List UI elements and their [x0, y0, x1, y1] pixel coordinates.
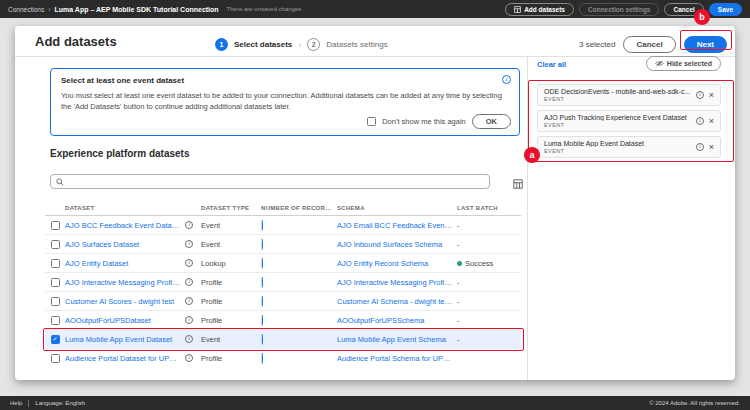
selected-dataset-type: EVENT — [544, 122, 691, 128]
event-dataset-notice: Select at least one event dataset You mu… — [50, 68, 520, 136]
card-text: Luma Mobile App Event Dataset EVENT — [544, 140, 691, 154]
connection-settings-button[interactable]: Connection settings — [579, 3, 659, 16]
row-checkbox[interactable] — [51, 259, 60, 268]
dataset-name-link[interactable]: Audience Portal Dataset for UPS Inc... — [65, 354, 185, 363]
last-batch-status: Success — [457, 259, 521, 268]
info-icon[interactable] — [185, 278, 193, 286]
table-row[interactable]: Audience Portal Dataset for UPS Inc... P… — [45, 349, 521, 366]
dataset-type: Profile — [201, 297, 261, 306]
dataset-type: Lookup — [201, 259, 261, 268]
column-settings-icon[interactable] — [513, 175, 523, 193]
dataset-name-link[interactable]: AJO BCC Feedback Event Dataset — [65, 221, 185, 230]
topbar-cancel-label: Cancel — [673, 6, 694, 13]
dataset-name-link[interactable]: Luma Mobile App Event Dataset — [65, 335, 185, 344]
info-icon[interactable] — [185, 259, 193, 267]
notice-title: Select at least one event dataset — [61, 76, 184, 85]
close-icon[interactable]: × — [709, 143, 714, 152]
datasets-table: DATASET DATASET TYPE NUMBER OF RECOR... … — [45, 200, 521, 366]
table-row[interactable]: AJO Interactive Messaging Profile D... P… — [45, 273, 521, 292]
hide-selected-label: Hide selected — [667, 60, 712, 67]
save-button[interactable]: Save — [709, 3, 742, 16]
info-icon[interactable] — [185, 316, 193, 324]
col-last-batch[interactable]: LAST BATCH — [457, 205, 521, 211]
ok-button[interactable]: OK — [472, 114, 511, 129]
loading-spinner-icon — [261, 258, 263, 269]
col-dataset-type[interactable]: DATASET TYPE — [201, 205, 261, 211]
row-checkbox-checked[interactable] — [51, 335, 60, 344]
info-icon[interactable] — [185, 240, 193, 248]
info-icon[interactable] — [696, 91, 704, 99]
table-row[interactable]: Customer AI Scores - dwight test Profile… — [45, 292, 521, 311]
info-icon[interactable] — [185, 335, 193, 343]
schema-link[interactable]: AJO Entity Record Schema — [337, 259, 457, 268]
schema-link[interactable]: AJO Interactive Messaging Profile Sc... — [337, 278, 457, 287]
help-link[interactable]: Help — [10, 400, 22, 406]
hide-selected-button[interactable]: Hide selected — [646, 56, 721, 71]
table-row[interactable]: AOOutputForUPSDataset Profile AOOutputFo… — [45, 311, 521, 330]
dataset-name-link[interactable]: Customer AI Scores - dwight test — [65, 297, 185, 306]
clear-all-link[interactable]: Clear all — [537, 60, 566, 69]
table-row-selected[interactable]: Luma Mobile App Event Dataset Event Luma… — [45, 330, 521, 349]
next-button[interactable]: Next — [684, 36, 727, 53]
col-records[interactable]: NUMBER OF RECOR... — [261, 205, 337, 211]
selected-dataset-name: Luma Mobile App Event Dataset — [544, 140, 691, 147]
dataset-name-link[interactable]: AJO Interactive Messaging Profile D... — [65, 278, 185, 287]
dataset-search — [50, 174, 490, 189]
col-schema[interactable]: SCHEMA — [337, 205, 457, 211]
add-datasets-label: Add datasets — [524, 6, 565, 13]
breadcrumb-connections-link[interactable]: Connections — [8, 6, 44, 13]
row-checkbox[interactable] — [51, 240, 60, 249]
wizard-cancel-button[interactable]: Cancel — [623, 36, 675, 53]
info-icon[interactable] — [185, 297, 193, 305]
table-row[interactable]: AJO BCC Feedback Event Dataset Event AJO… — [45, 216, 521, 235]
search-input[interactable] — [68, 177, 484, 186]
row-checkbox[interactable] — [51, 278, 60, 287]
schema-link[interactable]: AJO Inbound Surfaces Schema — [337, 240, 457, 249]
selected-count: 3 selected — [579, 40, 615, 49]
row-checkbox[interactable] — [51, 316, 60, 325]
dataset-name-link[interactable]: AJO Surfaces Dataset — [65, 240, 185, 249]
dataset-type: Profile — [201, 354, 261, 363]
add-datasets-button[interactable]: Add datasets — [505, 3, 574, 16]
header-divider — [15, 56, 735, 57]
col-dataset[interactable]: DATASET — [65, 205, 185, 211]
step-2-indicator: 2 — [307, 38, 320, 51]
datasets-section-heading: Experience platform datasets — [50, 148, 190, 159]
row-checkbox[interactable] — [51, 221, 60, 230]
card-text: AJO Push Tracking Experience Event Datas… — [544, 114, 691, 128]
panel-divider — [527, 56, 528, 380]
schema-link[interactable]: AJO Email BCC Feedback Event Sch... — [337, 221, 457, 230]
dataset-name-link[interactable]: AOOutputForUPSDataset — [65, 316, 185, 325]
schema-link[interactable]: Customer AI Schema - dwight test 1... — [337, 297, 457, 306]
last-batch-value: - — [457, 316, 521, 325]
selected-dataset-name: AJO Push Tracking Experience Event Datas… — [544, 114, 691, 121]
table-row[interactable]: AJO Entity Dataset Lookup AJO Entity Rec… — [45, 254, 521, 273]
last-batch-value: - — [457, 240, 521, 249]
selected-dataset-card: Luma Mobile App Event Dataset EVENT × — [537, 136, 721, 158]
info-icon[interactable] — [696, 143, 704, 151]
schema-link[interactable]: Audience Portal Schema for UPS Inc... — [337, 354, 457, 363]
row-checkbox[interactable] — [51, 354, 60, 363]
info-icon[interactable] — [185, 221, 193, 229]
last-batch-value: Success — [465, 259, 493, 268]
close-icon[interactable]: × — [709, 91, 714, 100]
loading-spinner-icon — [261, 296, 263, 307]
info-icon[interactable] — [696, 117, 704, 125]
topbar: Connections › Luma App – AEP Mobile SDK … — [0, 0, 750, 18]
chevron-right-icon: › — [48, 6, 50, 13]
row-checkbox[interactable] — [51, 297, 60, 306]
info-icon[interactable] — [185, 354, 193, 362]
footer: Help Language: English © 2024 Adobe. All… — [0, 396, 750, 410]
dataset-type: Profile — [201, 278, 261, 287]
topbar-cancel-button[interactable]: Cancel — [664, 3, 703, 16]
schema-link[interactable]: AOOutputForUPSSchema — [337, 316, 457, 325]
dataset-name-link[interactable]: AJO Entity Dataset — [65, 259, 185, 268]
topbar-actions: Add datasets Connection settings Cancel … — [505, 3, 742, 16]
language-selector[interactable]: Language: English — [35, 400, 85, 406]
connection-settings-label: Connection settings — [588, 6, 650, 13]
close-icon[interactable]: × — [709, 117, 714, 126]
schema-link[interactable]: Luma Mobile App Event Schema — [337, 335, 457, 344]
dont-show-checkbox[interactable] — [367, 117, 376, 126]
wizard-steps: 1 Select datasets › 2 Datasets settings — [215, 38, 388, 51]
table-row[interactable]: AJO Surfaces Dataset Event AJO Inbound S… — [45, 235, 521, 254]
